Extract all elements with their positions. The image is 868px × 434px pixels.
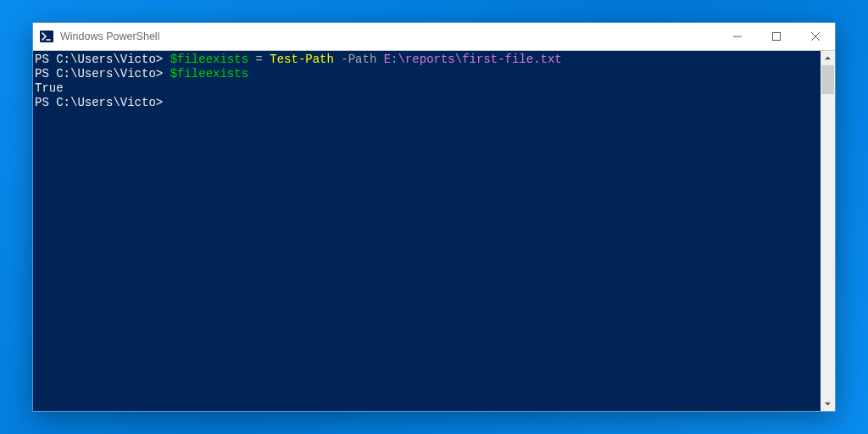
- powershell-icon: [40, 30, 53, 43]
- terminal-line: PS C:\Users\Victo>: [35, 96, 821, 110]
- close-button[interactable]: [796, 23, 835, 50]
- terminal-line: PS C:\Users\Victo> $fileexists: [35, 67, 821, 81]
- scroll-down-arrow-icon[interactable]: [821, 397, 835, 411]
- terminal-output[interactable]: PS C:\Users\Victo> $fileexists = Test-Pa…: [33, 51, 821, 411]
- vertical-scrollbar[interactable]: [821, 51, 835, 411]
- svg-rect-3: [773, 33, 781, 41]
- scrollbar-thumb[interactable]: [821, 65, 834, 94]
- window-title: Windows PowerShell: [60, 31, 159, 42]
- powershell-window: Windows PowerShell PS C:\Users\Victo> $f…: [32, 22, 836, 412]
- maximize-button[interactable]: [757, 23, 796, 50]
- terminal-line: True: [35, 81, 821, 96]
- svg-rect-0: [40, 31, 53, 42]
- terminal-line: PS C:\Users\Victo> $fileexists = Test-Pa…: [35, 53, 821, 67]
- scrollbar-track[interactable]: [821, 65, 835, 397]
- titlebar[interactable]: Windows PowerShell: [33, 23, 835, 50]
- scroll-up-arrow-icon[interactable]: [821, 51, 835, 65]
- minimize-button[interactable]: [718, 23, 757, 50]
- client-area: PS C:\Users\Victo> $fileexists = Test-Pa…: [33, 50, 835, 411]
